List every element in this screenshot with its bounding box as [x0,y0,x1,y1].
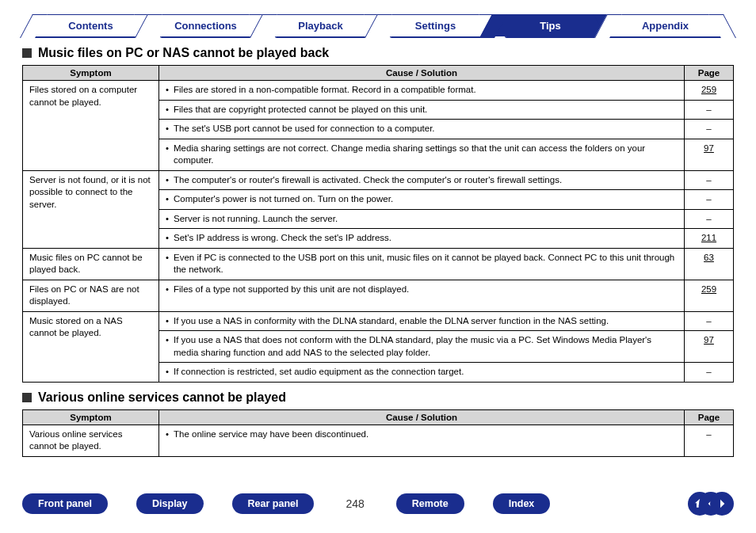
page-cell[interactable]: 259 [685,280,734,311]
troubleshoot-table-1: Symptom Cause / Solution Page Files stor… [22,65,734,383]
cause-cell: •The online service may have been discon… [159,424,685,456]
th-page: Page [685,66,734,81]
remote-button[interactable]: Remote [396,493,464,514]
section-heading-music-pc-nas: Music files on PC or NAS cannot be playe… [22,46,734,60]
page-cell[interactable]: 97 [685,331,734,363]
cause-cell: •Computer's power is not turned on. Turn… [159,190,685,210]
bullet-icon: • [166,232,169,245]
page-cell[interactable]: 63 [685,248,734,280]
symptom-cell: Files stored on a computer cannot be pla… [23,81,159,171]
tab-settings[interactable]: Settings [378,14,493,36]
page-cell: – [685,120,734,139]
cause-cell: •Files are stored in a non-compatible fo… [159,81,685,101]
page-cell[interactable]: 211 [685,229,734,249]
next-page-icon[interactable] [710,492,734,516]
table-row: Music stored on a NAS cannot be played.•… [23,311,734,331]
rear-panel-button[interactable]: Rear panel [232,493,315,514]
cause-text: Files of a type not supported by this un… [174,284,409,296]
cause-text: The online service may have been discont… [174,428,368,441]
bullet-icon: • [166,123,169,135]
tab-tips[interactable]: Tips [493,14,608,36]
symptom-cell: Files on PC or NAS are not displayed. [23,280,159,311]
tab-contents[interactable]: Contents [33,14,148,36]
page-cell: – [685,311,734,331]
cause-text: The computer's or router's firewall is a… [174,174,562,187]
cause-cell: •If you use a NAS in conformity with the… [159,311,685,331]
top-tabs: ContentsConnectionsPlaybackSettingsTipsA… [22,14,734,38]
cause-text: Set's IP address is wrong. Check the set… [174,232,391,245]
th-symptom: Symptom [23,66,159,81]
square-bullet-icon [22,48,32,58]
bullet-icon: • [166,174,169,187]
th-page: Page [685,409,734,424]
tab-label: Settings [415,20,456,32]
page-cell: – [685,209,734,229]
square-bullet-icon [22,393,32,402]
table-row: Various online services cannot be played… [23,424,734,456]
tab-label: Connections [174,20,237,32]
cause-cell: •Media sharing settings are not correct.… [159,139,685,170]
section-title: Music files on PC or NAS cannot be playe… [38,46,329,60]
page-cell[interactable]: 259 [685,81,734,101]
bottom-nav: Front panel Display Rear panel 248 Remot… [22,492,734,516]
bullet-icon: • [166,252,169,276]
cause-text: If you use a NAS in conformity with the … [174,315,609,328]
page-cell: – [685,424,734,456]
page-cell: – [685,170,734,190]
page-cell: – [685,363,734,383]
cause-text: The set's USB port cannot be used for co… [174,123,435,135]
th-symptom: Symptom [23,409,159,424]
bullet-icon: • [166,84,169,97]
cause-cell: •If you use a NAS that does not conform … [159,331,685,363]
table-row: Files on PC or NAS are not displayed.•Fi… [23,280,734,311]
cause-text: Server is not running. Launch the server… [174,213,338,226]
cause-text: Media sharing settings are not correct. … [174,143,678,167]
cause-text: Computer's power is not turned on. Turn … [174,193,393,206]
cause-cell: •Files of a type not supported by this u… [159,280,685,311]
table-row: Server is not found, or it is not possib… [23,170,734,190]
index-button[interactable]: Index [493,493,551,514]
symptom-cell: Music files on PC cannot be played back. [23,248,159,280]
cause-text: Even if PC is connected to the USB port … [174,252,678,276]
page-cell: – [685,100,734,120]
page-cell: – [685,190,734,210]
section-heading-online-services: Various online services cannot be played [22,390,734,405]
symptom-cell: Server is not found, or it is not possib… [23,170,159,248]
page-cell[interactable]: 97 [685,139,734,170]
tab-connections[interactable]: Connections [148,14,263,36]
page-number: 248 [342,497,367,510]
cause-text: Files are stored in a non-compatible for… [174,84,476,97]
tab-label: Tips [540,20,561,32]
page-link[interactable]: 259 [701,284,716,294]
bullet-icon: • [166,104,169,116]
tab-playback[interactable]: Playback [263,14,378,36]
section-title: Various online services cannot be played [38,390,286,405]
page-link[interactable]: 97 [704,335,714,345]
bullet-icon: • [166,284,169,296]
th-cause: Cause / Solution [159,409,685,424]
front-panel-button[interactable]: Front panel [22,493,108,514]
tab-label: Appendix [642,20,689,32]
symptom-cell: Various online services cannot be played… [23,424,159,456]
page-link[interactable]: 97 [704,143,714,153]
cause-cell: •Even if PC is connected to the USB port… [159,248,685,280]
bullet-icon: • [166,334,169,359]
page-link[interactable]: 259 [701,85,716,94]
th-cause: Cause / Solution [159,66,685,81]
bullet-icon: • [166,428,169,441]
cause-text: If you use a NAS that does not conform w… [174,334,678,359]
display-button[interactable]: Display [136,493,203,514]
tab-appendix[interactable]: Appendix [608,14,723,36]
bullet-icon: • [166,213,169,226]
cause-cell: •Files that are copyright protected cann… [159,100,685,120]
bullet-icon: • [166,366,169,379]
bullet-icon: • [166,143,169,167]
tab-label: Playback [298,20,342,32]
page-link[interactable]: 63 [704,253,714,262]
tab-label: Contents [68,20,113,32]
page-link[interactable]: 211 [701,233,716,242]
cause-text: If connection is restricted, set audio e… [174,366,464,379]
troubleshoot-table-2: Symptom Cause / Solution Page Various on… [22,409,734,457]
cause-cell: •The computer's or router's firewall is … [159,170,685,190]
cause-cell: •If connection is restricted, set audio … [159,363,685,383]
